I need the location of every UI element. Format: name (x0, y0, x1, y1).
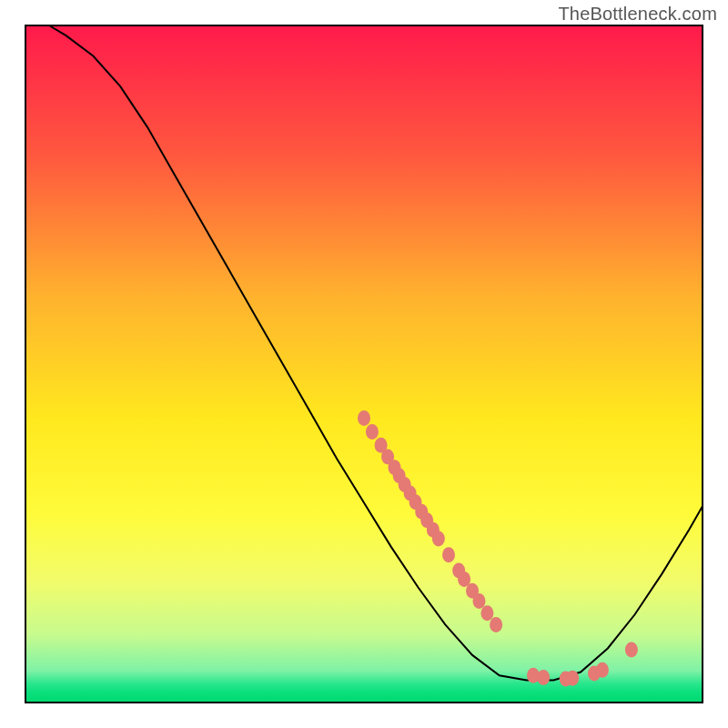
data-marker (432, 531, 445, 546)
data-marker (537, 670, 550, 685)
data-marker (442, 547, 455, 562)
data-marker (490, 617, 502, 632)
data-marker (366, 424, 379, 440)
attribution-text: TheBottleneck.com (558, 4, 717, 25)
chart-svg (0, 0, 728, 728)
data-marker (358, 410, 370, 426)
chart-container: TheBottleneck.com (0, 0, 728, 728)
data-marker (625, 642, 638, 657)
data-marker (566, 671, 579, 686)
data-marker (472, 593, 485, 609)
plot-background (25, 25, 703, 703)
data-marker (596, 662, 609, 678)
data-marker (480, 605, 493, 621)
